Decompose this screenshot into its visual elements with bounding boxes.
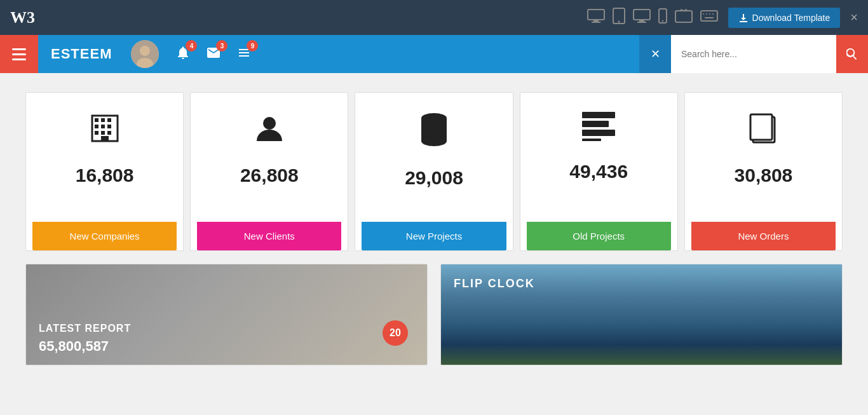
avatar-image [131,40,159,68]
stat-card-old-projects[interactable]: 49,436 Old Projects [520,92,678,251]
download-btn-label: Download Template [752,13,831,23]
list-icon [582,112,615,148]
svg-rect-27 [107,125,111,128]
svg-rect-31 [101,136,109,141]
new-projects-label: New Projects [362,222,506,250]
keyboard-icon [700,10,718,25]
stat-cards: 16,808 New Companies 26,808 New Clients [25,92,843,251]
notifications-button[interactable]: 4 [175,45,191,63]
monitor-icon [587,9,605,26]
new-orders-label: New Orders [691,222,836,250]
svg-point-39 [421,136,447,146]
svg-rect-5 [634,10,650,20]
svg-rect-7 [637,22,646,23]
nav-icons: 4 3 9 [175,45,252,63]
user-icon [253,112,286,152]
nav-bar: ESTEEM 4 3 9 ✕ [0,35,868,73]
stat-card-new-orders[interactable]: 30,808 New Orders [684,92,843,251]
hamburger-button[interactable] [0,35,38,73]
svg-rect-28 [95,131,98,135]
svg-rect-17 [740,21,747,22]
database-icon [417,112,451,154]
new-projects-number: 29,008 [405,167,463,189]
logo: W3 [10,8,35,27]
bottom-panels: LATEST REPORT 65,800,587 20 FLIP CLOCK [25,264,843,365]
svg-rect-29 [101,131,105,135]
tasks-badge: 9 [247,40,258,51]
svg-rect-10 [675,11,692,22]
messages-badge: 3 [216,40,227,51]
search-input[interactable] [671,35,836,73]
building-icon [88,112,121,152]
svg-rect-41 [582,121,609,127]
latest-report-title: LATEST REPORT [39,323,131,334]
copy-icon [747,112,780,152]
svg-rect-24 [107,118,111,122]
new-orders-number: 30,808 [735,165,793,186]
svg-point-19 [140,46,150,56]
main-content: 16,808 New Companies 26,808 New Clients [0,73,868,378]
latest-report-content: LATEST REPORT 65,800,587 [26,313,144,365]
messages-button[interactable]: 3 [206,45,221,63]
flip-clock-panel: FLIP CLOCK [440,264,843,365]
stat-card-new-companies[interactable]: 16,808 New Companies [25,92,184,251]
svg-rect-2 [592,22,600,23]
report-badge: 20 [383,320,408,346]
svg-rect-42 [582,130,615,136]
svg-rect-43 [582,139,601,141]
new-clients-number: 26,808 [240,165,299,186]
download-template-button[interactable]: Download Template [728,8,841,28]
brand-name: ESTEEM [38,46,125,62]
tasks-button[interactable]: 9 [236,45,252,63]
search-button[interactable] [836,35,868,73]
old-projects-number: 49,436 [569,161,628,182]
nav-close-button[interactable]: ✕ [639,35,671,73]
svg-rect-1 [593,20,599,22]
stat-card-new-projects[interactable]: 29,008 New Projects [355,92,513,251]
svg-rect-25 [95,125,98,128]
notifications-badge: 4 [186,40,197,51]
new-companies-number: 16,808 [76,165,134,186]
top-bar: W3 Download Template [0,0,868,35]
svg-point-9 [661,20,663,22]
close-button[interactable]: × [850,10,858,25]
svg-rect-6 [639,20,644,22]
top-bar-right: Download Template × [587,8,858,28]
nav-right: ✕ [639,35,868,73]
svg-rect-40 [582,112,615,118]
svg-rect-26 [101,125,105,128]
tv-icon [675,9,693,26]
svg-point-4 [618,21,620,23]
stat-card-new-clients[interactable]: 26,808 New Clients [190,92,348,251]
tablet-icon [613,8,625,27]
latest-report-number: 65,800,587 [39,338,131,355]
svg-rect-45 [750,114,772,140]
svg-rect-0 [588,10,604,20]
svg-rect-11 [701,11,717,21]
device-icons [587,8,718,27]
desktop-icon [633,9,651,26]
hamburger-icon [12,48,26,60]
avatar [131,40,159,68]
latest-report-panel: LATEST REPORT 65,800,587 20 [25,264,428,365]
phone-icon [658,8,667,27]
svg-rect-30 [107,131,111,135]
old-projects-label: Old Projects [527,222,671,250]
search-wrap [671,35,868,73]
svg-rect-23 [101,118,105,122]
new-clients-label: New Clients [197,222,341,250]
svg-rect-22 [95,118,98,122]
svg-point-32 [263,117,276,130]
new-companies-label: New Companies [32,222,177,250]
flip-clock-title: FLIP CLOCK [454,277,535,290]
